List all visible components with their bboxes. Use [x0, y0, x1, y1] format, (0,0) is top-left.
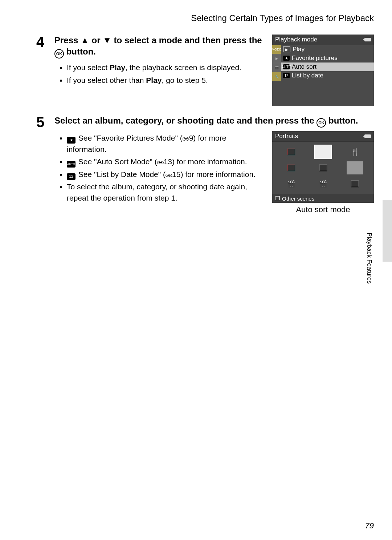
t: button.	[326, 116, 358, 125]
step-5-heading: Select an album, category, or shooting d…	[54, 115, 374, 128]
step-5: 5 Select an album, category, or shooting…	[36, 115, 374, 214]
grid-cell[interactable]	[275, 160, 307, 176]
step4-text-c: to select a mode and then press the	[111, 35, 262, 45]
screen1-title: Playback mode	[275, 36, 317, 43]
header-rule	[36, 27, 374, 27]
grid-cell[interactable]	[275, 144, 307, 160]
grid-cell[interactable]	[307, 144, 339, 160]
back-icon	[364, 134, 371, 138]
screen1-sidetabs: MODE ▶ 🎬 🔧	[272, 45, 281, 106]
thumbnail-icon	[319, 165, 327, 171]
page-number: 79	[365, 521, 374, 531]
t: If you select other than	[67, 76, 146, 84]
menu-item-favorite[interactable]: ★Favorite pictures	[281, 54, 374, 63]
side-tab-icon: 🔧	[272, 72, 281, 81]
ok-button-icon: OK	[317, 118, 326, 128]
mode-tab-icon: MODE	[272, 45, 281, 54]
step5-bullet-auto: AUTO See "Auto Sort Mode" (13) for more …	[67, 156, 264, 168]
grid-cell[interactable]: 🎬	[307, 176, 339, 192]
up-triangle-icon: ▲	[81, 35, 89, 45]
step4-bullet-2: If you select other than Play, go to ste…	[67, 75, 264, 86]
step-5-bullets: ★ See "Favorite Pictures Mode" (9) for m…	[54, 133, 264, 203]
label: Favorite pictures	[292, 55, 338, 62]
star-icon: ★	[283, 56, 290, 61]
screen2-titlebar: Portraits	[272, 131, 374, 142]
folder-icon: ❐	[275, 195, 280, 202]
label: Auto sort	[292, 63, 317, 70]
screen2-title: Portraits	[275, 133, 298, 140]
step-4-number: 4	[36, 35, 48, 106]
menu-item-auto-sort[interactable]: AUTOAuto sort	[281, 63, 374, 71]
step-5-number: 5	[36, 115, 48, 214]
step4-text-a: Press	[54, 35, 81, 45]
label: Play	[293, 46, 305, 53]
screen1-titlebar: Playback mode	[272, 35, 374, 45]
screen2-caption: Auto sort mode	[272, 205, 374, 214]
grid-cell[interactable]	[339, 160, 371, 176]
date-icon: 12	[67, 173, 75, 180]
side-section-label: Playback Features	[366, 233, 373, 284]
menu-item-list-by-date[interactable]: 12List by date	[281, 71, 374, 80]
movie-icon: 🎬	[287, 180, 295, 188]
step5-bullet-repeat: To select the album, category, or shooti…	[67, 181, 264, 203]
step5-bullet-date: 12 See "List by Date Mode" (15) for more…	[67, 169, 264, 180]
t: See "Auto Sort Mode" (	[76, 157, 157, 166]
ok-button-icon: OK	[54, 49, 64, 59]
step-4-heading: Press ▲ or ▼ to select a mode and then p…	[54, 35, 264, 59]
landscape-icon	[287, 165, 295, 171]
reference-icon	[166, 173, 172, 177]
t: See "Favorite Pictures Mode" (	[76, 134, 183, 142]
menu-item-play[interactable]: ▶Play	[281, 45, 374, 54]
category-grid: 🍴 🎬 🎬	[272, 142, 374, 194]
step5-bullet-fav: ★ See "Favorite Pictures Mode" (9) for m…	[67, 133, 264, 155]
grid-cell[interactable]	[307, 160, 339, 176]
screen2-footer: ❐Other scenes	[272, 194, 374, 203]
t: See "List by Date Mode" (	[76, 170, 166, 178]
t: , go to step 5.	[162, 76, 208, 84]
label: List by date	[292, 72, 323, 79]
playback-mode-screen: Playback mode MODE ▶ 🎬 🔧 ▶Play ★Favorite…	[272, 35, 374, 106]
footer-text: Other scenes	[282, 196, 314, 202]
step4-text-b: or	[89, 35, 103, 45]
t: Select an album, category, or shooting d…	[54, 116, 317, 125]
movie-icon: 🎬	[319, 180, 327, 188]
section-tab	[383, 200, 392, 262]
reference-icon	[157, 160, 164, 165]
grid-cell[interactable]	[339, 176, 371, 192]
portrait-icon	[287, 149, 295, 155]
auto-icon: AUTO	[67, 161, 75, 168]
t: 13) for more information.	[164, 157, 247, 166]
date-icon: 12	[283, 73, 290, 78]
down-triangle-icon: ▼	[103, 35, 111, 45]
t: If you select	[67, 63, 110, 72]
thumbnail-image	[347, 161, 363, 174]
step-4-bullets: If you select Play, the playback screen …	[54, 62, 264, 86]
auto-icon: AUTO	[283, 64, 290, 69]
page-header: Selecting Certain Types of Images for Pl…	[36, 13, 374, 23]
side-tab-icon: 🎬	[272, 63, 281, 72]
t: Play	[146, 76, 162, 84]
food-icon: 🍴	[351, 148, 359, 156]
grid-cell[interactable]: 🎬	[275, 176, 307, 192]
t: Play	[110, 63, 125, 72]
star-icon: ★	[67, 137, 75, 144]
step4-text-d: button.	[64, 47, 96, 56]
auto-sort-screen: Portraits 🍴 🎬 🎬	[272, 131, 374, 203]
copy-icon	[351, 181, 359, 187]
side-tab-icon: ▶	[272, 54, 281, 63]
step-4: 4 Press ▲ or ▼ to select a mode and then…	[36, 35, 374, 106]
play-icon: ▶	[283, 47, 290, 52]
reference-icon	[183, 137, 189, 141]
t: 15) for more information.	[172, 170, 256, 178]
t: , the playback screen is displayed.	[125, 63, 241, 72]
step4-bullet-1: If you select Play, the playback screen …	[67, 62, 264, 73]
back-icon	[364, 38, 371, 41]
grid-cell[interactable]: 🍴	[339, 144, 371, 160]
thumbnail-image	[315, 145, 331, 158]
